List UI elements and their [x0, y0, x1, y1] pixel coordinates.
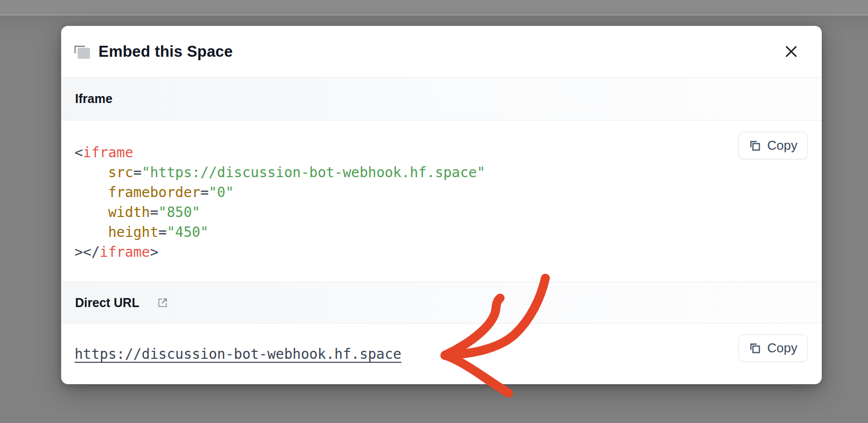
code-token: height	[75, 224, 159, 240]
copy-button-label: Copy	[767, 340, 797, 356]
iframe-code-section: <iframe src="https://discussion-bot-webh…	[61, 121, 822, 282]
iframe-code-block: <iframe src="https://discussion-bot-webh…	[75, 143, 485, 262]
code-token: iframe	[83, 144, 133, 161]
direct-url-link[interactable]: https://discussion-bot-webhook.hf.space	[75, 346, 401, 362]
code-token: iframe	[100, 244, 150, 260]
code-token: frameborder	[75, 184, 200, 201]
code-token: "850"	[159, 204, 200, 220]
close-icon[interactable]	[780, 41, 802, 63]
iframe-section-label: Iframe	[75, 92, 112, 106]
code-token: "0"	[209, 184, 234, 201]
code-token: =	[133, 164, 142, 181]
copy-squares-icon	[74, 44, 90, 59]
external-link-icon[interactable]	[156, 297, 169, 309]
code-token: >	[150, 244, 159, 260]
direct-url-section-label: Direct URL	[75, 296, 139, 310]
modal-header: Embed this Space	[61, 26, 822, 77]
direct-url-section: https://discussion-bot-webhook.hf.space …	[61, 323, 822, 384]
embed-space-modal: Embed this Space Iframe <iframe src="htt…	[61, 26, 822, 384]
code-token: =	[200, 184, 209, 201]
code-token: "https://discussion-bot-webhook.hf.space…	[142, 164, 485, 181]
copy-iframe-code-button[interactable]: Copy	[738, 132, 808, 159]
code-token: "450"	[167, 224, 208, 240]
code-token: =	[150, 204, 159, 220]
code-token: width	[75, 204, 150, 220]
copy-button-label: Copy	[767, 138, 797, 153]
direct-url-section-header: Direct URL	[61, 282, 822, 323]
dimmed-page-header	[0, 0, 868, 15]
code-token: ></	[75, 244, 100, 260]
code-token: =	[159, 224, 167, 240]
modal-title: Embed this Space	[98, 43, 233, 61]
copy-direct-url-button[interactable]: Copy	[738, 334, 808, 362]
copy-icon	[749, 342, 762, 355]
code-token: src	[75, 164, 133, 181]
iframe-section-header: Iframe	[61, 77, 822, 120]
code-token: <	[75, 144, 83, 161]
copy-icon	[749, 139, 762, 152]
